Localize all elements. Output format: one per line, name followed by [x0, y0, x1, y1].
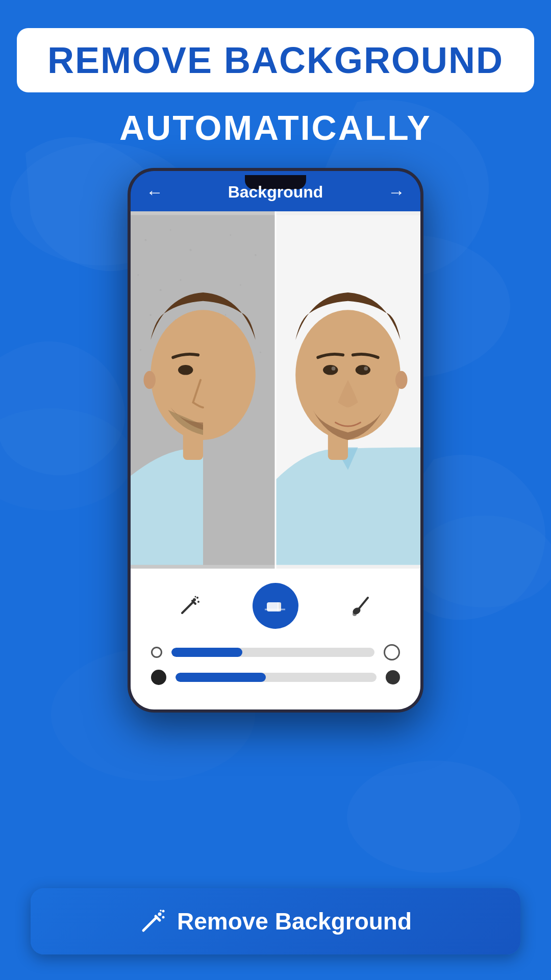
- phone-bottom-panel: [131, 569, 420, 709]
- svg-point-7: [144, 239, 146, 241]
- svg-point-26: [260, 352, 261, 353]
- svg-point-14: [180, 279, 181, 281]
- svg-point-28: [151, 310, 256, 440]
- svg-point-56: [162, 916, 164, 919]
- svg-line-53: [156, 916, 160, 920]
- svg-point-51: [353, 612, 357, 616]
- svg-line-39: [182, 602, 193, 613]
- subtitle: AUTOMATICALLY: [119, 108, 432, 148]
- svg-point-44: [194, 596, 196, 598]
- split-image-area: [131, 211, 420, 569]
- back-arrow[interactable]: ←: [146, 182, 163, 202]
- slider-row-1: [151, 644, 400, 660]
- svg-point-22: [140, 349, 141, 351]
- svg-point-57: [160, 910, 162, 912]
- slider-track-container-2[interactable]: [176, 673, 377, 682]
- svg-point-38: [364, 366, 368, 371]
- svg-point-20: [225, 314, 227, 316]
- svg-point-41: [193, 598, 196, 601]
- split-divider: [275, 211, 277, 569]
- title-badge: REMOVE BACKGROUND: [17, 28, 534, 92]
- svg-point-29: [143, 371, 156, 389]
- slider-row-2: [151, 670, 400, 685]
- phone-frame: ← Background →: [128, 168, 423, 713]
- slider-min-dot-1: [151, 647, 162, 658]
- svg-point-30: [178, 365, 193, 375]
- svg-point-54: [158, 913, 161, 916]
- svg-point-36: [356, 365, 370, 375]
- remove-bg-button-container: Remove Background: [0, 888, 551, 980]
- remove-background-button[interactable]: Remove Background: [31, 888, 520, 954]
- svg-point-33: [295, 310, 400, 440]
- svg-point-8: [170, 229, 171, 231]
- svg-point-11: [255, 254, 257, 256]
- slider-track-container-1[interactable]: [171, 648, 374, 657]
- svg-point-34: [395, 371, 408, 389]
- svg-point-55: [162, 910, 164, 913]
- svg-point-16: [240, 284, 241, 286]
- svg-point-5: [347, 761, 520, 873]
- nav-title: Background: [228, 183, 323, 202]
- title-badge-text: REMOVE BACKGROUND: [47, 40, 504, 81]
- svg-point-37: [332, 366, 336, 371]
- svg-point-9: [190, 249, 192, 251]
- svg-point-35: [323, 365, 338, 375]
- svg-line-49: [359, 598, 368, 609]
- svg-point-12: [137, 274, 139, 276]
- phone-mockup: ← Background →: [117, 168, 434, 713]
- eraser-tool-active[interactable]: [253, 583, 298, 629]
- svg-point-42: [196, 597, 198, 599]
- remove-bg-button-label: Remove Background: [177, 908, 412, 935]
- svg-point-13: [160, 289, 162, 291]
- auto-wand-tool[interactable]: [177, 593, 202, 619]
- phone-nav-bar: ← Background →: [131, 171, 420, 211]
- content-wrapper: REMOVE BACKGROUND AUTOMATICALLY ← Backgr…: [0, 0, 551, 713]
- magic-wand-icon: [139, 908, 166, 935]
- svg-point-43: [197, 601, 199, 603]
- slider-min-dot-2: [151, 670, 166, 685]
- svg-point-10: [230, 234, 231, 236]
- slider-max-dot-1: [384, 644, 400, 660]
- svg-point-17: [149, 314, 152, 316]
- original-image: [131, 211, 276, 569]
- brush-tool[interactable]: [349, 593, 374, 619]
- removed-image: [276, 211, 420, 569]
- slider-max-dot-2: [386, 670, 400, 684]
- svg-line-52: [143, 917, 157, 930]
- tool-icons-row: [151, 583, 400, 629]
- forward-arrow[interactable]: →: [388, 182, 405, 202]
